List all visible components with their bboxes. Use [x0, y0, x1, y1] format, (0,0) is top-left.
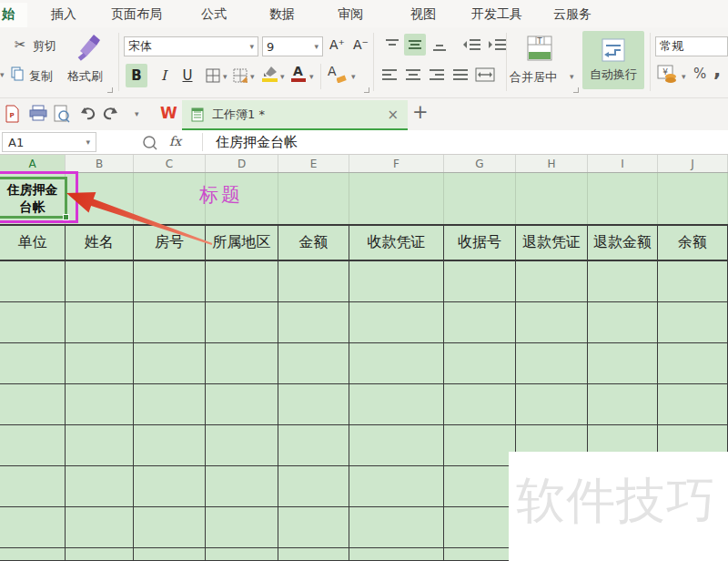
menu-tab-home[interactable]: 始	[2, 0, 15, 27]
cell[interactable]	[0, 507, 66, 548]
cell[interactable]	[206, 507, 278, 548]
cell[interactable]	[66, 466, 134, 507]
menu-tab-insert[interactable]: 插入	[51, 0, 76, 27]
underline-button[interactable]: U	[178, 64, 197, 87]
cell[interactable]	[134, 384, 206, 425]
fill-color-dropdown[interactable]: ▾	[280, 72, 285, 81]
format-painter-button[interactable]: 格式刷	[67, 68, 103, 85]
print-preview-icon[interactable]	[54, 105, 72, 123]
cell[interactable]	[206, 548, 278, 561]
cell[interactable]	[658, 343, 728, 384]
quickbar-customize-dropdown[interactable]: ▾	[135, 109, 139, 118]
undo-icon[interactable]	[78, 105, 96, 123]
cell[interactable]	[444, 302, 516, 343]
cell[interactable]	[206, 302, 278, 343]
font-group-expander[interactable]	[364, 87, 369, 93]
cell[interactable]	[516, 384, 588, 425]
currency-icon[interactable]: ¥	[657, 65, 679, 85]
cell[interactable]	[0, 302, 66, 343]
cell[interactable]	[349, 343, 444, 384]
name-box-dropdown[interactable]: ▾	[86, 138, 90, 147]
cell[interactable]	[278, 425, 349, 466]
cell[interactable]	[444, 507, 516, 548]
menu-tab-page-layout[interactable]: 页面布局	[111, 0, 162, 27]
column-header-h[interactable]: H	[516, 155, 588, 172]
header-cell-refund-amount[interactable]: 退款金额	[588, 224, 658, 261]
comma-style-button[interactable]: ,	[713, 58, 721, 81]
cell[interactable]	[134, 425, 206, 466]
cell[interactable]	[0, 425, 66, 466]
column-header-f[interactable]: F	[349, 155, 444, 172]
cell[interactable]	[349, 173, 444, 224]
wps-logo[interactable]: W	[160, 104, 177, 122]
paste-dropdown-caret[interactable]: ▾	[0, 70, 5, 79]
cell[interactable]	[658, 302, 728, 343]
draw-border-dropdown[interactable]: ▾	[250, 72, 255, 81]
align-center-icon[interactable]	[404, 66, 422, 83]
column-header-i[interactable]: I	[588, 155, 658, 172]
cell[interactable]	[516, 302, 588, 343]
cut-button[interactable]: 剪切	[33, 38, 56, 55]
cell[interactable]	[0, 261, 66, 302]
font-color-dropdown[interactable]: ▾	[309, 72, 314, 81]
menu-tab-formulas[interactable]: 公式	[201, 0, 227, 27]
close-tab-icon[interactable]: ×	[387, 107, 399, 123]
cell[interactable]	[134, 173, 206, 224]
align-right-icon[interactable]	[428, 66, 446, 83]
column-header-j[interactable]: J	[658, 155, 728, 172]
column-header-g[interactable]: G	[444, 155, 516, 172]
merge-center-icon[interactable]: T	[526, 35, 553, 62]
cell[interactable]	[588, 261, 658, 302]
name-box[interactable]: A1 ▾	[2, 132, 96, 152]
align-left-icon[interactable]	[380, 66, 399, 83]
font-family-select[interactable]: 宋体 ▾	[124, 36, 258, 56]
cell[interactable]	[278, 173, 349, 224]
cell[interactable]	[66, 384, 134, 425]
cell[interactable]	[134, 302, 206, 343]
borders-icon[interactable]	[206, 68, 220, 83]
merge-center-button[interactable]: 合并居中	[510, 69, 557, 86]
cell[interactable]	[278, 261, 349, 302]
header-cell-amount[interactable]: 金额	[278, 224, 349, 261]
cell[interactable]	[66, 548, 134, 561]
header-cell-refund-proof[interactable]: 退款凭证	[516, 224, 588, 261]
cell[interactable]	[206, 261, 278, 302]
distribute-icon[interactable]	[475, 66, 495, 83]
cell[interactable]	[349, 548, 444, 561]
justify-icon[interactable]	[451, 66, 470, 83]
align-bottom-icon[interactable]	[430, 38, 449, 55]
cell[interactable]	[444, 173, 516, 224]
menu-tab-data[interactable]: 数据	[269, 0, 295, 27]
clipboard-group-expander[interactable]	[107, 87, 113, 93]
clear-format-button[interactable]: A	[328, 64, 337, 78]
search-icon[interactable]	[142, 135, 158, 151]
cell[interactable]	[278, 548, 349, 561]
cell[interactable]	[588, 343, 658, 384]
insert-function-button[interactable]: fx	[169, 134, 181, 148]
cell[interactable]	[658, 173, 728, 224]
header-cell-balance[interactable]: 余额	[658, 224, 728, 261]
cell[interactable]	[134, 507, 206, 548]
cell[interactable]	[0, 343, 66, 384]
cell[interactable]	[444, 261, 516, 302]
new-tab-button[interactable]: +	[412, 101, 429, 123]
cell[interactable]	[588, 302, 658, 343]
cell[interactable]	[66, 261, 134, 302]
cell[interactable]	[588, 173, 658, 224]
fill-color-icon[interactable]	[262, 65, 278, 77]
cell[interactable]	[66, 507, 134, 548]
cell[interactable]	[349, 466, 444, 507]
cell[interactable]	[516, 343, 588, 384]
percent-style-button[interactable]: %	[693, 66, 706, 82]
align-top-icon[interactable]	[383, 36, 401, 53]
cell[interactable]	[444, 384, 516, 425]
cell[interactable]	[0, 384, 66, 425]
cell[interactable]	[134, 548, 206, 561]
column-header-a[interactable]: A	[0, 155, 66, 172]
menu-tab-cloud[interactable]: 云服务	[553, 0, 592, 27]
formula-bar-value[interactable]: 住房押金台帐	[216, 134, 298, 151]
number-format-select[interactable]: 常规	[655, 36, 728, 56]
print-icon[interactable]	[29, 105, 47, 123]
cell[interactable]	[588, 384, 658, 425]
menu-tab-review[interactable]: 审阅	[338, 0, 363, 27]
